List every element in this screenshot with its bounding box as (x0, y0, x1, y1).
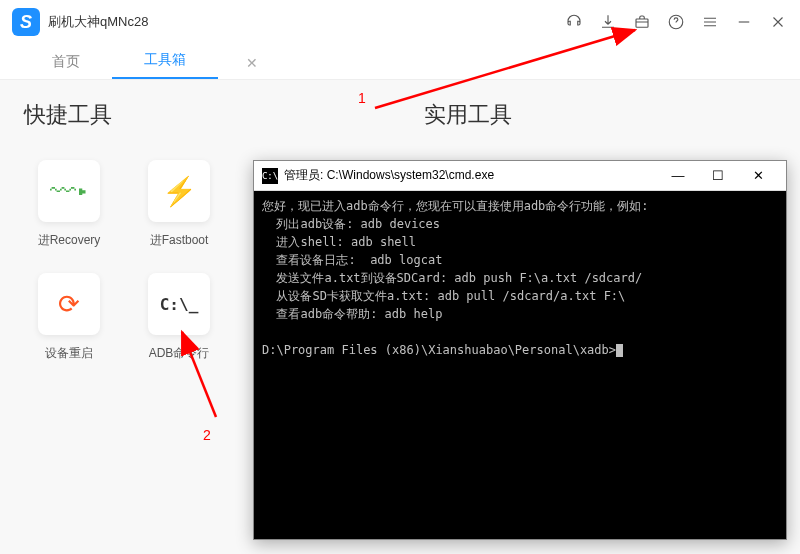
annotation-arrow-2 (0, 0, 800, 554)
svg-line-5 (182, 332, 216, 417)
annotation-label-2: 2 (203, 427, 211, 443)
